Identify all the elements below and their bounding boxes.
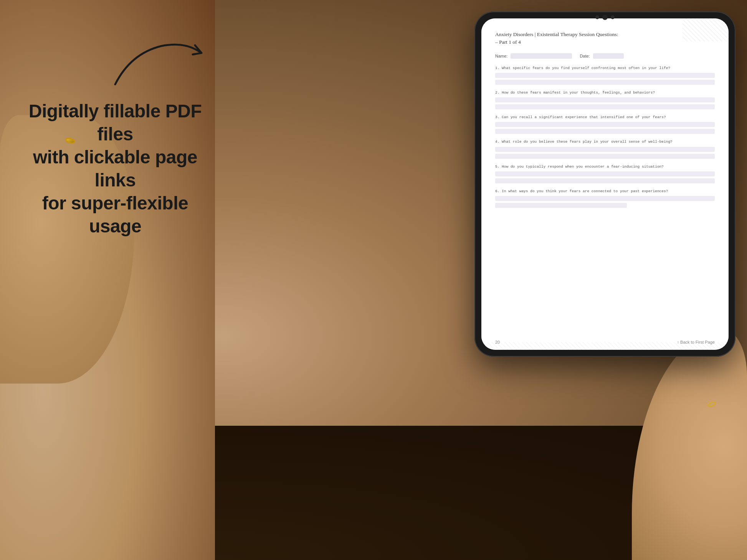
answer-lines-6 xyxy=(495,196,715,208)
question-3-text: 3. Can you recall a significant experien… xyxy=(495,115,715,120)
question-4: 4. What role do you believe these fears … xyxy=(495,139,715,158)
document-footer: 20 ↑ Back to First Page xyxy=(481,336,729,350)
answer-line[interactable] xyxy=(495,171,715,176)
question-3: 3. Can you recall a significant experien… xyxy=(495,115,715,134)
document-content: Anxiety Disorders | Existential Therapy … xyxy=(481,18,729,336)
promo-line3: for super-flexible usage xyxy=(42,193,188,236)
title-line1: Anxiety Disorders | Existential Therapy … xyxy=(495,31,618,37)
date-label: Date: xyxy=(580,54,590,58)
date-input-field[interactable] xyxy=(593,53,624,59)
answer-line[interactable] xyxy=(495,80,715,85)
header-pattern xyxy=(683,18,729,41)
footer-pattern xyxy=(481,342,729,350)
camera-dot-right xyxy=(611,15,615,19)
answer-line[interactable] xyxy=(495,154,715,159)
question-1-text: 1. What specific fears do you find yours… xyxy=(495,66,715,71)
name-date-row: Name: Date: xyxy=(495,53,715,59)
promo-line1: Digitally fillable PDF files xyxy=(29,101,202,144)
name-label: Name: xyxy=(495,54,507,58)
question-5-text: 5. How do you typically respond when you… xyxy=(495,164,715,169)
tablet-screen: Anxiety Disorders | Existential Therapy … xyxy=(481,18,729,350)
question-5: 5. How do you typically respond when you… xyxy=(495,164,715,183)
promo-line2: with clickable page links xyxy=(33,147,197,190)
question-2-text: 2. How do these fears manifest in your t… xyxy=(495,90,715,95)
answer-line[interactable] xyxy=(495,178,715,183)
answer-line[interactable] xyxy=(495,129,715,134)
tablet-camera xyxy=(595,15,615,20)
question-4-text: 4. What role do you believe these fears … xyxy=(495,139,715,144)
arrow-container xyxy=(100,31,215,100)
question-6: 6. In what ways do you think your fears … xyxy=(495,189,715,208)
answer-lines-1 xyxy=(495,73,715,85)
tablet-device: Anxiety Disorders | Existential Therapy … xyxy=(474,12,735,357)
answer-lines-3 xyxy=(495,122,715,134)
answer-line[interactable] xyxy=(495,104,715,109)
answer-line[interactable] xyxy=(495,147,715,152)
arrow-icon xyxy=(100,31,215,100)
answer-line[interactable] xyxy=(495,203,627,208)
answer-lines-5 xyxy=(495,171,715,183)
camera-dot-left xyxy=(595,15,599,19)
title-line2: – Part 1 of 4 xyxy=(495,39,521,45)
question-6-text: 6. In what ways do you think your fears … xyxy=(495,189,715,194)
answer-line[interactable] xyxy=(495,122,715,127)
answer-line[interactable] xyxy=(495,97,715,102)
answer-lines-4 xyxy=(495,147,715,159)
promo-text: Digitally fillable PDF files with clicka… xyxy=(23,100,207,238)
name-input-field[interactable] xyxy=(511,53,572,59)
answer-lines-2 xyxy=(495,97,715,109)
answer-line[interactable] xyxy=(495,196,715,201)
question-1: 1. What specific fears do you find yours… xyxy=(495,66,715,85)
tablet-wrapper: Anxiety Disorders | Existential Therapy … xyxy=(474,12,735,357)
camera-dot-center xyxy=(602,15,608,20)
answer-line[interactable] xyxy=(495,73,715,78)
question-2: 2. How do these fears manifest in your t… xyxy=(495,90,715,109)
document-title: Anxiety Disorders | Existential Therapy … xyxy=(495,31,715,46)
